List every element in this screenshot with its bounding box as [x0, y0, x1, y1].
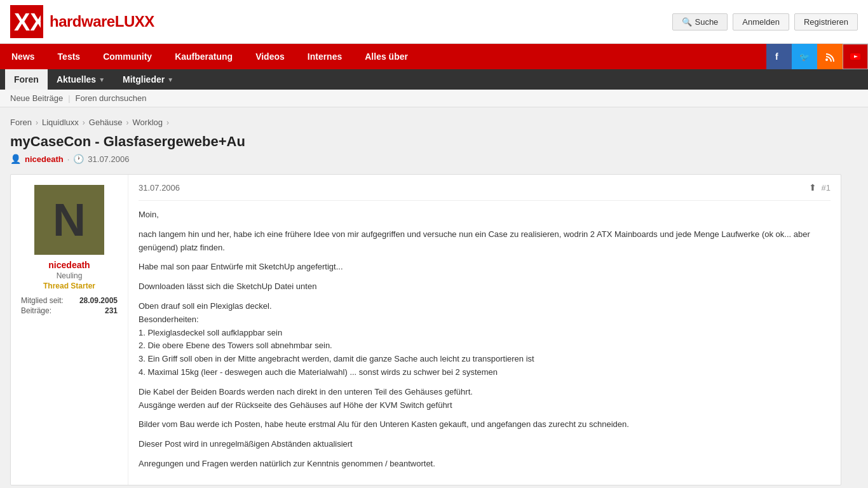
youtube-icon[interactable]	[843, 44, 868, 69]
breadcrumb: Foren › Liquidluxx › Gehäuse › Worklog ›	[10, 118, 841, 127]
post-number: #1	[822, 183, 831, 193]
username[interactable]: nicedeath	[48, 260, 90, 270]
post-para-2: Habe mal son paar Entwürfe mit SketchUp …	[139, 261, 831, 274]
logo-text: hardwareLUXX	[50, 13, 154, 30]
user-rank: Neuling	[57, 271, 83, 280]
post-para-7: Dieser Post wird in unregelmäßigen Abstä…	[139, 438, 831, 451]
avatar-letter: N	[53, 197, 86, 243]
breadcrumb-foren[interactable]: Foren	[10, 118, 32, 127]
breadcrumb-worklog[interactable]: Worklog	[133, 118, 163, 127]
svg-text:🐦: 🐦	[799, 51, 810, 62]
nav-item-news[interactable]: News	[0, 45, 46, 68]
logo[interactable]: XX hardwareLUXX	[10, 5, 154, 38]
thread-post: N nicedeath Neuling Thread Starter Mitgl…	[10, 174, 841, 485]
content-area: Foren › Liquidluxx › Gehäuse › Worklog ›…	[0, 107, 851, 488]
breadcrumb-separator: ›	[36, 118, 38, 127]
chevron-down-icon: ▼	[167, 76, 173, 83]
chevron-down-icon: ▼	[98, 76, 105, 83]
thread-author: nicedeath	[25, 154, 64, 164]
posts-label: Beiträge:	[21, 306, 51, 315]
stat-row-posts: Beiträge: 231	[21, 306, 118, 316]
sub-nav-mitglieder[interactable]: Mitglieder ▼	[114, 69, 182, 90]
nav-item-kaufberatung[interactable]: Kaufberatung	[163, 45, 244, 68]
twitter-icon[interactable]: 🐦	[792, 44, 817, 69]
posts-value: 231	[105, 306, 118, 315]
sub-nav-foren[interactable]: Foren	[5, 69, 48, 90]
svg-text:f: f	[775, 51, 778, 62]
post-para-1: nach langem hin und her, habe ich eine f…	[139, 228, 831, 255]
stat-row-member-since: Mitglied seit: 28.09.2005	[21, 295, 118, 306]
breadcrumb-separator: ›	[166, 118, 169, 127]
share-button[interactable]: ⬆	[809, 182, 817, 193]
post-para-6: Bilder vom Bau werde ich Posten, habe he…	[139, 418, 831, 431]
sub-nav-aktuelles[interactable]: Aktuelles ▼	[48, 69, 114, 90]
breadcrumb-liquidluxx[interactable]: Liquidluxx	[42, 118, 79, 127]
post-para-5: Die Kabel der Beiden Boards werden nach …	[139, 386, 831, 412]
post-para-4: Oben drauf soll ein Plexiglas deckel. Be…	[139, 300, 831, 379]
post-actions: ⬆ #1	[809, 182, 831, 193]
nav-item-videos[interactable]: Videos	[244, 45, 296, 68]
nav-item-internes[interactable]: Internes	[296, 45, 353, 68]
nav-item-alles[interactable]: Alles über	[353, 45, 419, 68]
user-panel: N nicedeath Neuling Thread Starter Mitgl…	[11, 175, 128, 485]
user-stats: Mitglied seit: 28.09.2005 Beiträge: 231	[21, 295, 118, 316]
quick-link-foren-durchsuchen[interactable]: Foren durchsuchen	[76, 93, 147, 103]
facebook-icon[interactable]: f	[766, 44, 792, 69]
rss-icon[interactable]	[817, 44, 843, 69]
post-body: Moin, nach langem hin und her, habe ich …	[139, 208, 831, 471]
login-button[interactable]: Anmelden	[733, 13, 789, 30]
page-title: myCaseCon - Glasfasergewebe+Au	[10, 133, 841, 150]
search-icon: 🔍	[682, 17, 692, 27]
search-button[interactable]: 🔍 Suche	[672, 13, 728, 30]
register-button[interactable]: Registrieren	[794, 13, 858, 30]
user-icon: 👤	[10, 154, 21, 164]
svg-text:XX: XX	[14, 9, 41, 36]
post-para-3: Downloaden lässt sich die SketchUp Datei…	[139, 280, 831, 294]
thread-date: 31.07.2006	[88, 154, 129, 164]
post-date: 31.07.2006	[139, 183, 180, 193]
quick-link-neue-beitraege[interactable]: Neue Beiträge	[10, 93, 63, 103]
breadcrumb-separator: ›	[126, 118, 129, 127]
avatar: N	[34, 185, 104, 255]
svg-point-3	[825, 58, 828, 61]
sub-nav: Foren Aktuelles ▼ Mitglieder ▼	[0, 69, 868, 90]
clock-icon: 🕐	[73, 154, 84, 164]
breadcrumb-separator: ›	[83, 118, 85, 127]
logo-icon: XX	[10, 5, 43, 38]
breadcrumb-bar: Neue Beiträge | Foren durchsuchen	[0, 90, 868, 107]
nav-items: News Tests Community Kaufberatung Videos…	[0, 45, 419, 68]
post-para-0: Moin,	[139, 208, 831, 222]
post-header: 31.07.2006 ⬆ #1	[139, 182, 831, 193]
member-since-label: Mitglied seit:	[21, 296, 64, 305]
post-divider	[139, 200, 831, 201]
header-actions: 🔍 Suche Anmelden Registrieren	[672, 13, 858, 30]
breadcrumb-gehaeuse[interactable]: Gehäuse	[89, 118, 123, 127]
member-since-value: 28.09.2005	[79, 296, 118, 305]
post-para-8: Anregungen und Fragen werden natürlich z…	[139, 458, 831, 471]
post-content: 31.07.2006 ⬆ #1 Moin, nach langem hin un…	[128, 175, 841, 485]
nav-item-community[interactable]: Community	[92, 45, 163, 68]
site-header: XX hardwareLUXX 🔍 Suche Anmelden Registr…	[0, 0, 868, 44]
post-meta: 👤 nicedeath · 🕐 31.07.2006	[10, 154, 841, 164]
main-nav: News Tests Community Kaufberatung Videos…	[0, 44, 868, 69]
nav-item-tests[interactable]: Tests	[46, 45, 92, 68]
user-badge: Thread Starter	[43, 281, 95, 290]
social-icons: f 🐦	[766, 44, 868, 69]
